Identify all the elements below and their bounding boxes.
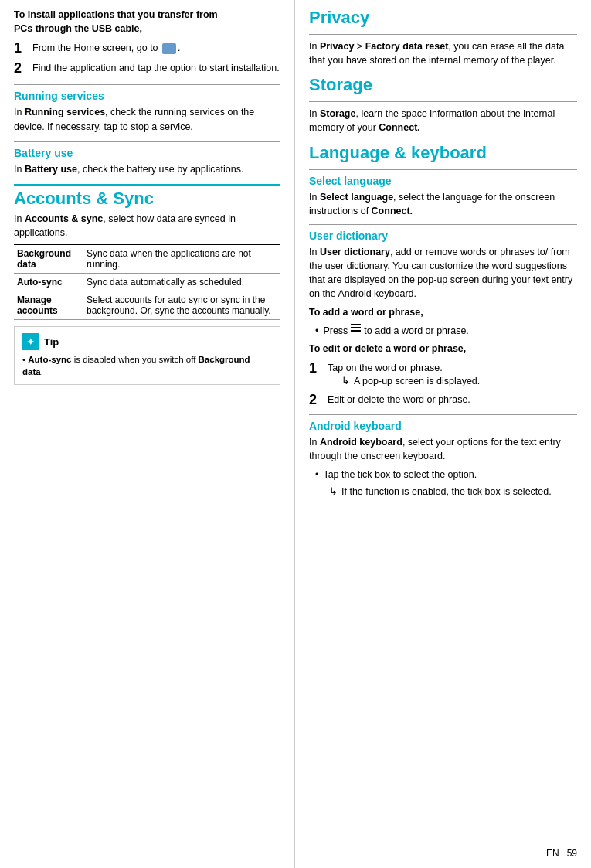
user-dictionary-body: In User dictionary, add or remove words … xyxy=(309,245,577,301)
tip-star-icon: ✦ xyxy=(22,333,39,350)
running-services-body: In Running services, check the running s… xyxy=(14,105,280,133)
cyan-divider xyxy=(14,184,280,186)
table-cell-value: Sync data automatically as scheduled. xyxy=(83,274,280,291)
edit-step-1: 1 Tap on the word or phrase. ↳ A pop-up … xyxy=(309,360,577,389)
accounts-sync-section: Accounts & Sync In Accounts & sync, sele… xyxy=(14,184,280,385)
select-language-body: In Select language, select the language … xyxy=(309,190,577,218)
tip-body: • Auto-sync is disabled when you switch … xyxy=(22,353,272,378)
edit-word-heading: To edit or delete a word or phrase, xyxy=(309,342,577,356)
tip-header: ✦ Tip xyxy=(22,333,272,350)
home-icon xyxy=(162,43,176,54)
android-keyboard-list: Tap the tick box to select the option. xyxy=(315,468,577,482)
table-cell-value: Sync data when the applications are not … xyxy=(83,245,280,274)
accounts-sync-body: In Accounts & sync, select how data are … xyxy=(14,212,280,240)
page: To install applications that you transfe… xyxy=(0,0,591,868)
page-footer: EN 59 xyxy=(546,848,577,859)
android-keyboard-item: Tap the tick box to select the option. xyxy=(315,468,577,482)
table-cell-label: Manage accounts xyxy=(14,291,83,320)
footer-lang: EN xyxy=(546,848,559,859)
running-services-heading: Running services xyxy=(14,90,280,102)
storage-body: In Storage, learn the space information … xyxy=(309,107,577,134)
add-word-heading: To add a word or phrase, xyxy=(309,305,577,319)
divider xyxy=(309,224,577,225)
step1-sub: ↳ A pop-up screen is displayed. xyxy=(341,375,480,389)
menu-icon xyxy=(351,324,361,332)
table-row: Auto-sync Sync data automatically as sch… xyxy=(14,274,280,291)
select-language-heading: Select language xyxy=(309,175,577,187)
table-row: Manage accounts Select accounts for auto… xyxy=(14,291,280,320)
divider xyxy=(309,414,577,415)
running-services-section: Running services In Running services, ch… xyxy=(14,84,280,133)
android-keyboard-body: In Android keyboard, select your options… xyxy=(309,435,577,463)
divider xyxy=(309,169,577,170)
add-word-item: Press to add a word or phrase. xyxy=(315,324,577,338)
privacy-body: In Privacy > Factory data reset, you can… xyxy=(309,39,577,67)
intro-step-2: 2 Find the application and tap the optio… xyxy=(14,60,280,77)
table-cell-value: Select accounts for auto sync or sync in… xyxy=(83,291,280,320)
table-cell-label: Background data xyxy=(14,245,83,274)
left-column: To install applications that you transfe… xyxy=(0,0,295,868)
android-keyboard-heading: Android keyboard xyxy=(309,420,577,432)
divider xyxy=(14,84,280,85)
storage-heading: Storage xyxy=(309,75,577,95)
right-column: Privacy In Privacy > Factory data reset,… xyxy=(295,0,591,868)
add-word-list: Press to add a word or phrase. xyxy=(315,324,577,338)
edit-word-steps: 1 Tap on the word or phrase. ↳ A pop-up … xyxy=(309,360,577,409)
accounts-sync-table: Background data Sync data when the appli… xyxy=(14,244,280,320)
battery-use-section: Battery use In Battery use, check the ba… xyxy=(14,141,280,176)
language-keyboard-section: Language & keyboard Select language In S… xyxy=(309,143,577,499)
table-row: Background data Sync data when the appli… xyxy=(14,245,280,274)
privacy-heading: Privacy xyxy=(309,8,577,28)
intro-step-1: 1 From the Home screen, go to . xyxy=(14,40,280,57)
language-keyboard-heading: Language & keyboard xyxy=(309,143,577,163)
divider xyxy=(309,34,577,35)
accounts-sync-heading: Accounts & Sync xyxy=(14,189,280,209)
step1-text: From the Home screen, go to . xyxy=(32,40,181,56)
storage-section: Storage In Storage, learn the space info… xyxy=(309,75,577,134)
edit-step-2: 2 Edit or delete the word or phrase. xyxy=(309,392,577,409)
intro-section: To install applications that you transfe… xyxy=(14,8,280,77)
android-keyboard-sub: ↳ If the function is enabled, the tick b… xyxy=(329,485,577,499)
footer-page: 59 xyxy=(567,848,577,859)
user-dictionary-heading: User dictionary xyxy=(309,230,577,242)
divider xyxy=(309,101,577,102)
intro-line: To install applications that you transfe… xyxy=(14,8,280,36)
privacy-section: Privacy In Privacy > Factory data reset,… xyxy=(309,8,577,67)
intro-steps: 1 From the Home screen, go to . 2 Find t… xyxy=(14,40,280,77)
battery-use-heading: Battery use xyxy=(14,147,280,159)
tip-title: Tip xyxy=(44,336,59,348)
battery-use-body: In Battery use, check the battery use by… xyxy=(14,162,280,176)
tip-box: ✦ Tip • Auto-sync is disabled when you s… xyxy=(14,326,280,385)
divider xyxy=(14,141,280,142)
table-cell-label: Auto-sync xyxy=(14,274,83,291)
